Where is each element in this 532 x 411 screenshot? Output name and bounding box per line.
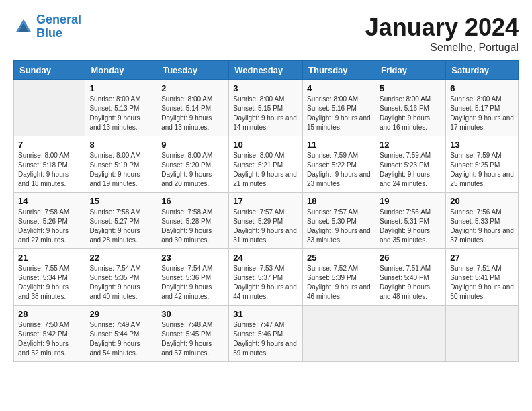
calendar-cell: 29Sunrise: 7:49 AMSunset: 5:44 PMDayligh…	[85, 306, 157, 362]
day-number: 16	[161, 196, 224, 206]
day-number: 26	[380, 253, 441, 263]
calendar-cell	[303, 306, 375, 362]
day-info: Sunrise: 7:58 AMSunset: 5:27 PMDaylight:…	[89, 208, 152, 245]
day-number: 21	[18, 253, 81, 263]
day-info: Sunrise: 7:51 AMSunset: 5:41 PMDaylight:…	[450, 264, 514, 302]
logo-line1: General	[36, 13, 81, 26]
calendar-cell: 30Sunrise: 7:48 AMSunset: 5:45 PMDayligh…	[157, 306, 229, 362]
calendar-cell: 11Sunrise: 7:59 AMSunset: 5:22 PMDayligh…	[303, 136, 375, 193]
logo-icon	[13, 17, 34, 37]
day-number: 3	[233, 83, 298, 93]
calendar-cell: 14Sunrise: 7:58 AMSunset: 5:26 PMDayligh…	[14, 193, 85, 249]
calendar-cell	[14, 80, 85, 136]
calendar-week-3: 14Sunrise: 7:58 AMSunset: 5:26 PMDayligh…	[14, 193, 519, 249]
day-number: 24	[233, 253, 298, 263]
calendar-week-5: 28Sunrise: 7:50 AMSunset: 5:42 PMDayligh…	[14, 306, 519, 362]
calendar-cell: 31Sunrise: 7:47 AMSunset: 5:46 PMDayligh…	[229, 306, 303, 362]
calendar-cell	[375, 306, 445, 362]
day-number: 20	[450, 196, 514, 206]
day-number: 28	[18, 309, 81, 319]
day-number: 31	[233, 309, 298, 319]
day-number: 11	[307, 140, 371, 150]
calendar-cell: 27Sunrise: 7:51 AMSunset: 5:41 PMDayligh…	[446, 249, 519, 306]
day-info: Sunrise: 8:00 AMSunset: 5:21 PMDaylight:…	[233, 151, 298, 189]
header-day-wednesday: Wednesday	[229, 61, 303, 80]
day-number: 30	[161, 309, 224, 319]
calendar-cell: 24Sunrise: 7:53 AMSunset: 5:37 PMDayligh…	[229, 249, 303, 306]
calendar-subtitle: Semelhe, Portugal	[365, 42, 519, 54]
calendar-cell: 25Sunrise: 7:52 AMSunset: 5:39 PMDayligh…	[303, 249, 375, 306]
day-info: Sunrise: 7:50 AMSunset: 5:42 PMDaylight:…	[18, 320, 81, 358]
calendar-cell: 21Sunrise: 7:55 AMSunset: 5:34 PMDayligh…	[14, 249, 85, 306]
day-number: 8	[89, 140, 152, 150]
day-info: Sunrise: 8:00 AMSunset: 5:18 PMDaylight:…	[18, 151, 81, 189]
day-info: Sunrise: 7:54 AMSunset: 5:35 PMDaylight:…	[89, 264, 152, 302]
calendar-week-4: 21Sunrise: 7:55 AMSunset: 5:34 PMDayligh…	[14, 249, 519, 306]
calendar-cell: 7Sunrise: 8:00 AMSunset: 5:18 PMDaylight…	[14, 136, 85, 193]
day-info: Sunrise: 7:54 AMSunset: 5:36 PMDaylight:…	[161, 264, 224, 302]
day-number: 17	[233, 196, 298, 206]
calendar-cell: 23Sunrise: 7:54 AMSunset: 5:36 PMDayligh…	[157, 249, 229, 306]
day-info: Sunrise: 7:58 AMSunset: 5:28 PMDaylight:…	[161, 208, 224, 245]
day-number: 13	[450, 140, 514, 150]
calendar-body: 1Sunrise: 8:00 AMSunset: 5:13 PMDaylight…	[14, 80, 519, 362]
calendar-cell: 9Sunrise: 8:00 AMSunset: 5:20 PMDaylight…	[157, 136, 229, 193]
day-info: Sunrise: 7:58 AMSunset: 5:26 PMDaylight:…	[18, 208, 81, 245]
day-number: 7	[18, 140, 81, 150]
day-number: 14	[18, 196, 81, 206]
calendar-cell: 13Sunrise: 7:59 AMSunset: 5:25 PMDayligh…	[446, 136, 519, 193]
logo-text: General Blue	[36, 13, 81, 40]
day-number: 25	[307, 253, 371, 263]
day-info: Sunrise: 7:56 AMSunset: 5:31 PMDaylight:…	[380, 208, 441, 245]
day-info: Sunrise: 7:51 AMSunset: 5:40 PMDaylight:…	[380, 264, 441, 302]
calendar-cell: 2Sunrise: 8:00 AMSunset: 5:14 PMDaylight…	[157, 80, 229, 136]
calendar-cell: 15Sunrise: 7:58 AMSunset: 5:27 PMDayligh…	[85, 193, 157, 249]
logo: General Blue	[13, 13, 81, 40]
day-number: 15	[89, 196, 152, 206]
day-info: Sunrise: 8:00 AMSunset: 5:17 PMDaylight:…	[450, 95, 514, 132]
day-info: Sunrise: 7:55 AMSunset: 5:34 PMDaylight:…	[18, 264, 81, 302]
calendar-cell: 16Sunrise: 7:58 AMSunset: 5:28 PMDayligh…	[157, 193, 229, 249]
day-number: 5	[380, 83, 441, 93]
calendar-cell	[446, 306, 519, 362]
day-info: Sunrise: 8:00 AMSunset: 5:16 PMDaylight:…	[380, 95, 441, 132]
day-info: Sunrise: 7:57 AMSunset: 5:29 PMDaylight:…	[233, 208, 298, 245]
day-number: 19	[380, 196, 441, 206]
day-info: Sunrise: 8:00 AMSunset: 5:19 PMDaylight:…	[89, 151, 152, 189]
day-info: Sunrise: 7:57 AMSunset: 5:30 PMDaylight:…	[307, 208, 371, 245]
day-number: 23	[161, 253, 224, 263]
day-info: Sunrise: 8:00 AMSunset: 5:14 PMDaylight:…	[161, 95, 224, 132]
calendar-cell: 12Sunrise: 7:59 AMSunset: 5:23 PMDayligh…	[375, 136, 445, 193]
logo-line2: Blue	[36, 26, 62, 40]
day-info: Sunrise: 8:00 AMSunset: 5:16 PMDaylight:…	[307, 95, 371, 132]
calendar-cell: 10Sunrise: 8:00 AMSunset: 5:21 PMDayligh…	[229, 136, 303, 193]
header-day-thursday: Thursday	[303, 61, 375, 80]
calendar-week-2: 7Sunrise: 8:00 AMSunset: 5:18 PMDaylight…	[14, 136, 519, 193]
day-number: 9	[161, 140, 224, 150]
day-info: Sunrise: 7:59 AMSunset: 5:25 PMDaylight:…	[450, 151, 514, 189]
calendar-cell: 8Sunrise: 8:00 AMSunset: 5:19 PMDaylight…	[85, 136, 157, 193]
calendar-cell: 3Sunrise: 8:00 AMSunset: 5:15 PMDaylight…	[229, 80, 303, 136]
title-block: January 2024 Semelhe, Portugal	[365, 13, 519, 54]
day-info: Sunrise: 7:47 AMSunset: 5:46 PMDaylight:…	[233, 320, 298, 358]
calendar-cell: 6Sunrise: 8:00 AMSunset: 5:17 PMDaylight…	[446, 80, 519, 136]
day-info: Sunrise: 8:00 AMSunset: 5:13 PMDaylight:…	[89, 95, 152, 132]
header-day-friday: Friday	[375, 61, 445, 80]
day-number: 6	[450, 83, 514, 93]
calendar-cell: 4Sunrise: 8:00 AMSunset: 5:16 PMDaylight…	[303, 80, 375, 136]
header-day-saturday: Saturday	[446, 61, 519, 80]
calendar-cell: 17Sunrise: 7:57 AMSunset: 5:29 PMDayligh…	[229, 193, 303, 249]
day-number: 12	[380, 140, 441, 150]
header-day-tuesday: Tuesday	[157, 61, 229, 80]
calendar-cell: 18Sunrise: 7:57 AMSunset: 5:30 PMDayligh…	[303, 193, 375, 249]
page-header: General Blue January 2024 Semelhe, Portu…	[13, 13, 519, 54]
day-number: 18	[307, 196, 371, 206]
day-info: Sunrise: 8:00 AMSunset: 5:20 PMDaylight:…	[161, 151, 224, 189]
day-info: Sunrise: 8:00 AMSunset: 5:15 PMDaylight:…	[233, 95, 298, 132]
day-number: 27	[450, 253, 514, 263]
day-info: Sunrise: 7:52 AMSunset: 5:39 PMDaylight:…	[307, 264, 371, 302]
day-number: 29	[89, 309, 152, 319]
day-info: Sunrise: 7:49 AMSunset: 5:44 PMDaylight:…	[89, 320, 152, 358]
day-number: 1	[89, 83, 152, 93]
header-day-sunday: Sunday	[14, 61, 85, 80]
